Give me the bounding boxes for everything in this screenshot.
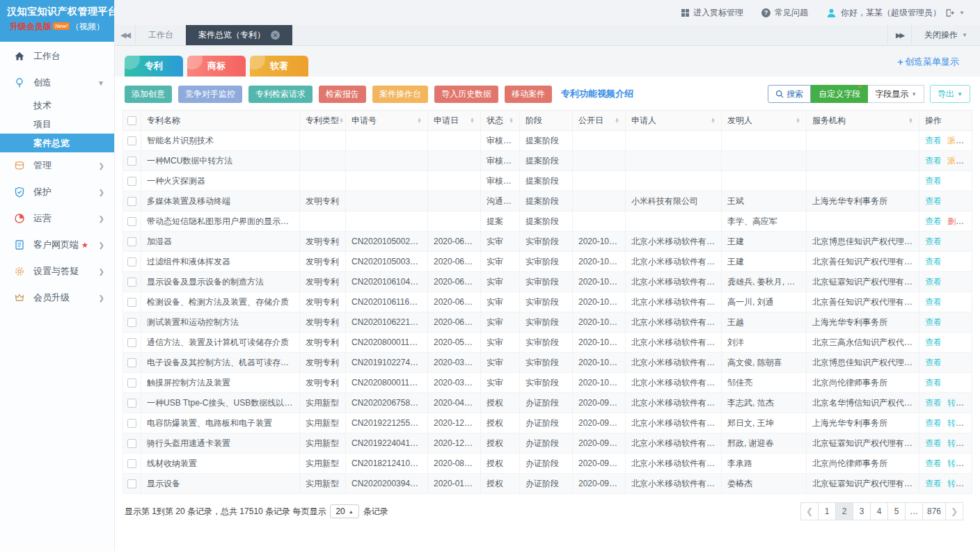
prev-page-button[interactable]: ❮ xyxy=(800,502,819,520)
op-link[interactable]: 查看 xyxy=(925,216,942,226)
row-checkbox[interactable] xyxy=(127,439,136,448)
page-button-3[interactable]: 3 xyxy=(853,502,871,520)
page-button-5[interactable]: 5 xyxy=(887,502,906,520)
op-link[interactable]: 转年费 xyxy=(947,479,972,488)
toolbar-button-2[interactable]: 专利检索请求 xyxy=(248,86,313,103)
op-link[interactable]: 查看 xyxy=(925,438,942,448)
category-tab-1[interactable]: 商标 xyxy=(187,56,246,77)
sidebar-item-2[interactable]: 技术 xyxy=(0,96,114,115)
page-button-1[interactable]: 1 xyxy=(818,502,836,520)
sort-icon[interactable]: ▲▼ xyxy=(796,118,800,123)
page-button-876[interactable]: 876 xyxy=(922,502,946,520)
search-button[interactable]: 搜索 xyxy=(768,85,811,103)
category-tab-0[interactable]: 专利 xyxy=(125,56,183,77)
per-page-select[interactable]: 20 ▲ xyxy=(330,504,358,518)
row-checkbox[interactable] xyxy=(127,399,136,408)
sort-icon[interactable]: ▲▼ xyxy=(339,118,344,123)
sort-icon[interactable]: ▲▼ xyxy=(908,118,913,123)
op-link[interactable]: 查看 xyxy=(925,317,942,327)
toolbar-button-3[interactable]: 检索报告 xyxy=(319,86,366,103)
op-link[interactable]: 查看 xyxy=(925,337,942,347)
tab-workbench[interactable]: 工作台 xyxy=(136,25,186,45)
op-link[interactable]: 转年费 xyxy=(947,438,972,448)
next-page-button[interactable]: ❯ xyxy=(945,502,963,520)
op-link[interactable]: 查看 xyxy=(925,297,942,307)
row-checkbox[interactable] xyxy=(127,338,136,347)
op-link[interactable]: 查看 xyxy=(925,176,942,186)
op-link[interactable]: 查看 xyxy=(925,136,942,145)
tabs-scroll-right-button[interactable]: ▶▶ xyxy=(887,25,911,45)
tabs-scroll-left-button[interactable]: ◀◀ xyxy=(115,25,136,45)
sidebar-item-8[interactable]: 客户网页端★❯ xyxy=(0,232,114,258)
op-link[interactable]: 查看 xyxy=(925,358,942,367)
op-link[interactable]: 查看 xyxy=(925,418,942,428)
page-button-…[interactable]: … xyxy=(905,502,923,520)
sidebar-item-1[interactable]: 创造▼ xyxy=(0,70,114,96)
row-checkbox[interactable] xyxy=(127,157,136,166)
op-link[interactable]: 转年费 xyxy=(947,458,972,468)
column-header-1[interactable]: 专利类型▲▼ xyxy=(300,111,346,130)
sort-icon[interactable]: ▲▼ xyxy=(711,118,716,123)
sidebar-item-10[interactable]: 会员升级❯ xyxy=(0,285,114,311)
sidebar-item-6[interactable]: 保护❯ xyxy=(0,179,114,205)
column-header-9[interactable]: 服务机构▲▼ xyxy=(807,111,919,130)
sidebar-item-4[interactable]: 案件总览 xyxy=(0,134,114,152)
select-all-checkbox[interactable] xyxy=(127,116,136,125)
patent-video-intro-link[interactable]: 专利功能视频介绍 xyxy=(561,88,633,100)
video-link[interactable]: （视频） xyxy=(71,22,104,31)
row-checkbox[interactable] xyxy=(127,318,136,327)
op-link[interactable]: 查看 xyxy=(925,196,942,206)
sidebar-item-0[interactable]: 工作台 xyxy=(0,43,114,70)
sort-icon[interactable]: ▲▼ xyxy=(417,118,422,123)
row-checkbox[interactable] xyxy=(127,177,136,186)
row-checkbox[interactable] xyxy=(127,257,136,266)
sidebar-item-5[interactable]: 管理❯ xyxy=(0,152,114,179)
custom-fields-button[interactable]: 自定义字段 ⌄ xyxy=(811,85,868,103)
category-tab-2[interactable]: 软著 xyxy=(250,56,308,77)
page-button-4[interactable]: 4 xyxy=(870,502,888,520)
logout-icon[interactable] xyxy=(945,8,955,17)
row-checkbox[interactable] xyxy=(127,378,136,388)
creation-menu-display-link[interactable]: ＋创造菜单显示 xyxy=(896,56,959,68)
upgrade-member-link[interactable]: 升级会员版 xyxy=(10,22,52,31)
sort-icon[interactable]: ▲▼ xyxy=(509,118,514,123)
row-checkbox[interactable] xyxy=(127,479,136,488)
column-header-4[interactable]: 状态▲▼ xyxy=(481,111,520,130)
field-display-button[interactable]: 字段显示 ▼ xyxy=(868,85,924,103)
sidebar-item-3[interactable]: 项目 xyxy=(0,115,114,134)
column-header-8[interactable]: 发明人▲▼ xyxy=(722,111,807,130)
row-checkbox[interactable] xyxy=(127,237,136,246)
toolbar-button-6[interactable]: 移动案件 xyxy=(505,86,552,103)
close-operations-button[interactable]: 关闭操作 ▼ xyxy=(911,25,980,45)
op-link[interactable]: 查看 xyxy=(925,398,942,408)
toolbar-button-1[interactable]: 竞争对手监控 xyxy=(178,86,242,103)
close-icon[interactable]: ✕ xyxy=(271,31,280,40)
op-link[interactable]: 查看 xyxy=(925,156,942,166)
toolbar-button-0[interactable]: 添加创意 xyxy=(125,86,172,103)
op-link[interactable]: 查看 xyxy=(925,378,942,388)
op-link[interactable]: 派案 xyxy=(947,136,964,145)
toolbar-button-4[interactable]: 案件操作台 xyxy=(372,86,428,103)
toolbar-button-5[interactable]: 导入历史数据 xyxy=(434,86,498,103)
op-link[interactable]: 查看 xyxy=(925,277,942,287)
op-link[interactable]: 派案 xyxy=(947,156,964,166)
column-header-3[interactable]: 申请日▲▼ xyxy=(428,111,481,130)
export-button[interactable]: 导出 ▼ xyxy=(930,85,970,103)
op-link[interactable]: 查看 xyxy=(925,257,942,266)
op-link[interactable]: 转年费 xyxy=(947,418,972,428)
op-link[interactable]: 查看 xyxy=(925,458,942,468)
sort-icon[interactable]: ▲▼ xyxy=(615,118,619,123)
op-link[interactable]: 转年费 xyxy=(947,398,972,408)
column-header-7[interactable]: 申请人▲▼ xyxy=(626,111,722,130)
row-checkbox[interactable] xyxy=(127,278,136,287)
column-header-2[interactable]: 申请号▲▼ xyxy=(346,111,428,130)
sidebar-item-9[interactable]: 设置与答疑❯ xyxy=(0,258,114,285)
page-button-2[interactable]: 2 xyxy=(835,502,853,520)
row-checkbox[interactable] xyxy=(127,136,136,145)
sort-icon[interactable]: ▲▼ xyxy=(470,118,475,123)
op-link[interactable]: 查看 xyxy=(925,479,942,488)
op-link[interactable]: 删除... xyxy=(947,216,971,226)
row-checkbox[interactable] xyxy=(127,358,136,367)
row-checkbox[interactable] xyxy=(127,419,136,428)
user-menu[interactable]: 你好，某某（超级管理员） ▼ xyxy=(826,7,965,19)
